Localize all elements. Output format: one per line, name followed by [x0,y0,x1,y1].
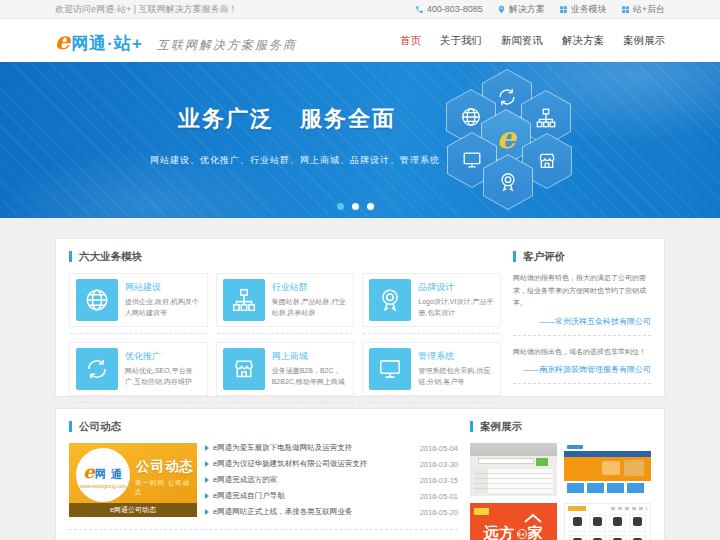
case-thumbnail-mall[interactable] [564,503,651,540]
bullet-arrow-icon [205,461,209,467]
news-title: e网通网站正式上线，承接各类互联网业务 [213,507,414,517]
module-title: 网上商城 [272,350,348,363]
news-title: e网通完成远方的家 [213,475,414,485]
banner-subtitle: 网站建设、优化推广、行业站群、网上商城、品牌设计、管理系统 [150,154,440,167]
phone-contact: 400-803-8085 [415,4,483,14]
module-title: 网站建设 [125,281,201,294]
news-item[interactable]: e网通完成远方的家2016-03-15 [205,475,458,485]
review-text: 网站做的很出色，域名的选择也非常到位！ [513,346,651,359]
company-news-section: 公司动态 e 网 通 www.ewangtong.com 公司动态 第一时间 公… [69,421,458,540]
module-desc: 集团站群,产品站群,行业站群,跨界站群 [272,297,348,318]
logo-text: 网通·站+ [71,32,143,55]
sitemap-icon [223,279,265,321]
brand-e-glyph: e [83,461,94,482]
section-title-modules: 六大业务模块 [69,251,501,262]
carousel-dot-1[interactable] [337,203,344,210]
cases-section: 案例展示 远方de家 [470,421,651,540]
section-title-company-news: 公司动态 [69,421,458,432]
news-item[interactable]: e网通网站正式上线，承接各类互联网业务2016-05-20 [205,507,458,517]
pin-icon [497,5,506,14]
news-item[interactable]: e网通完成自门户导航2016-05-01 [205,491,458,501]
company-news-list: e网通为爱车服旗下电瓶做网站及运营支持2016-05-04 e网通为仪征华扬建筑… [205,443,458,517]
news-date: 2016-03-15 [414,476,458,485]
news-cases-panel: 公司动态 e 网 通 www.ewangtong.com 公司动态 第一时间 公… [55,408,665,540]
carousel-dots [337,203,374,210]
case-grid: 远方de家 [470,443,651,540]
news-date: 2016-03-30 [414,460,458,469]
review-text: 网站做的很有特色，很大的满足了公司的需求，给业务带来的方便同时也节约了营销成本。 [513,272,651,310]
case-thumbnail-yuanfang[interactable]: 远方de家 [470,503,557,540]
yuanfang-logo-text: 远方de家 [484,524,544,540]
module-card-branding[interactable]: 品牌设计Logo设计,VI设计,产品手册,包装设计 [362,273,501,327]
bullet-arrow-icon [205,509,209,515]
logo-e-glyph: e [55,26,70,55]
bullet-arrow-icon [205,445,209,451]
module-card-website[interactable]: 网站建设提供企业,政府,机构及个人网站建设等 [69,273,208,327]
carousel-dot-3[interactable] [367,203,374,210]
globe-icon [76,279,118,321]
brand-e-glyph: e [496,120,515,155]
image-subhead: 第一时间 公司动态 [135,479,197,497]
house-roof-icon [523,513,543,523]
brand-name: 网 通 [95,467,123,482]
hero-banner[interactable]: 业务广泛服务全面 网站建设、优化推广、行业站群、网上商城、品牌设计、管理系统 e [0,62,720,218]
news-date: 2016-05-04 [414,444,458,453]
welcome-text: 欢迎访问e网通·站+ | 互联网解决方案服务商！ [55,3,238,16]
topbar-link-label: 业务模块 [571,3,607,16]
phone-icon [415,5,424,14]
module-title: 行业站群 [272,281,348,294]
module-cards: 网站建设提供企业,政府,机构及个人网站建设等 行业站群集团站群,产品站群,行业站… [69,273,501,396]
modules-reviews-panel: 六大业务模块 网站建设提供企业,政府,机构及个人网站建设等 行业站群集团站群,产… [55,238,665,397]
site-logo[interactable]: e 网通·站+ 互联网解决方案服务商 [55,26,297,55]
case-thumbnail-directory[interactable] [470,443,557,496]
news-title: e网通为仪征华扬建筑材料有限公司做运营支持 [213,459,414,469]
label-tag [474,508,489,515]
carousel-dot-2[interactable] [352,203,359,210]
module-card-mall[interactable]: 网上商城业务涵盖B2B，B2C，B2B2C,移动等网上商城 [216,342,355,396]
topbar-link-modules[interactable]: 业务模块 [559,3,607,16]
nav-item-about[interactable]: 关于我们 [440,34,482,48]
phone-number: 400-803-8085 [427,4,483,14]
bullet-arrow-icon [205,493,209,499]
nav-item-home[interactable]: 首页 [400,34,421,48]
module-card-sitegroup[interactable]: 行业站群集团站群,产品站群,行业站群,跨界站群 [216,273,355,327]
banner-title: 业务广泛服务全面 [178,104,396,134]
review-company[interactable]: ——南京梓源装饰管理服务有限公司 [513,364,651,375]
industry-news-section: 行业资讯 [69,529,458,540]
company-news-image[interactable]: e 网 通 www.ewangtong.com 公司动态 第一时间 公司动态 e… [69,443,197,517]
module-card-seo[interactable]: 优化推广网站优化,SEO,平台推广,互动营销,内容维护 [69,342,208,396]
nav-item-news[interactable]: 新闻资讯 [501,34,543,48]
module-title: 管理系统 [418,350,494,363]
main-nav: 首页 关于我们 新闻资讯 解决方案 案例展示 [400,34,665,48]
refresh-icon [76,348,118,390]
topbar: 欢迎访问e网通·站+ | 互联网解决方案服务商！ 400-803-8085 解决… [0,0,720,19]
review-company[interactable]: ——常州沃祥五金科技有限公司 [513,316,651,327]
news-title: e网通完成自门户导航 [213,491,414,501]
module-card-system[interactable]: 管理系统管理系统包含采购,供应链,分销,客户等 [362,342,501,396]
bullet-arrow-icon [205,477,209,483]
module-title: 优化推广 [125,350,201,363]
topbar-link-solutions[interactable]: 解决方案 [497,3,545,16]
medal-icon [369,279,411,321]
logo-slogan: 互联网解决方案服务商 [157,37,297,54]
case-thumbnail-corporate[interactable] [564,443,651,496]
topbar-link-admin[interactable]: 站+后台 [621,3,665,16]
grid-icon [559,5,568,14]
brand-url: www.ewangtong.com [79,483,126,489]
section-title-reviews: 客户评价 [513,251,651,262]
news-date: 2016-05-01 [414,492,458,501]
news-item[interactable]: e网通为仪征华扬建筑材料有限公司做运营支持2016-03-30 [205,459,458,469]
module-title: 品牌设计 [418,281,494,294]
topbar-link-label: 解决方案 [509,3,545,16]
image-headline: 公司动态 [136,458,194,476]
nav-item-cases[interactable]: 案例展示 [623,34,665,48]
topbar-link-label: 站+后台 [633,3,665,16]
news-title: e网通为爱车服旗下电瓶做网站及运营支持 [213,443,414,453]
site-header: e 网通·站+ 互联网解决方案服务商 首页 关于我们 新闻资讯 解决方案 案例展… [0,19,720,62]
brand-badge: e 网 通 www.ewangtong.com [76,448,130,502]
monitor-icon [369,348,411,390]
module-desc: 业务涵盖B2B，B2C，B2B2C,移动等网上商城 [272,366,348,387]
module-desc: 网站优化,SEO,平台推广,互动营销,内容维护 [125,366,201,387]
nav-item-solutions[interactable]: 解决方案 [562,34,604,48]
news-item[interactable]: e网通为爱车服旗下电瓶做网站及运营支持2016-05-04 [205,443,458,453]
